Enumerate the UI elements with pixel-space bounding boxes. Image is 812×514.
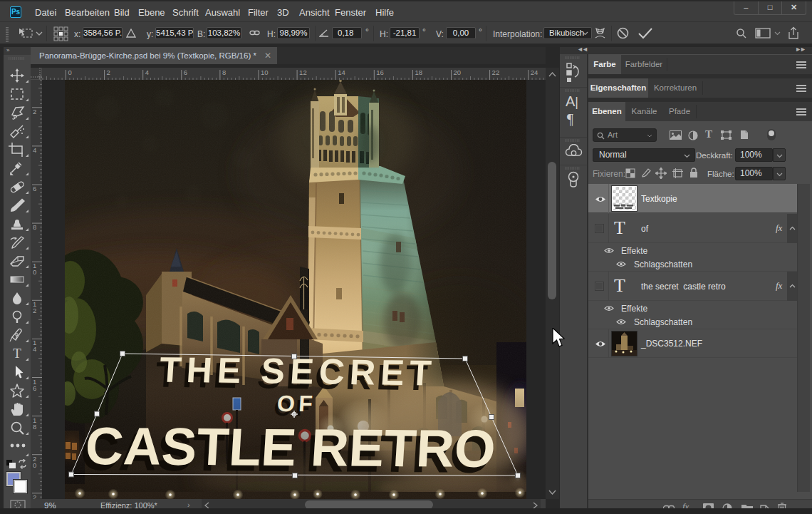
svg-text:2: 2: [107, 68, 110, 76]
svg-text:0: 0: [33, 461, 36, 469]
svg-text:8: 8: [222, 68, 226, 76]
svg-text:4: 4: [145, 68, 149, 76]
svg-text:8: 8: [33, 423, 36, 431]
svg-text:2: 2: [33, 493, 36, 499]
svg-text:16: 16: [376, 68, 384, 76]
svg-text:T: T: [13, 346, 21, 361]
svg-text:6: 6: [33, 185, 36, 192]
svg-text:0: 0: [68, 68, 72, 76]
svg-text:6: 6: [184, 68, 187, 76]
svg-text:24: 24: [531, 68, 538, 76]
svg-text:18: 18: [415, 68, 422, 76]
svg-text:2: 2: [33, 108, 36, 115]
svg-text:12: 12: [299, 68, 307, 76]
svg-text:10: 10: [261, 68, 269, 76]
svg-text:14: 14: [338, 68, 345, 76]
svg-text:22: 22: [492, 68, 500, 76]
svg-text:2: 2: [33, 307, 36, 314]
svg-text:6: 6: [33, 384, 36, 392]
svg-text:0: 0: [33, 268, 36, 276]
svg-text:4: 4: [33, 345, 36, 353]
svg-text:20: 20: [454, 68, 462, 76]
svg-text:8: 8: [33, 223, 36, 231]
svg-text:4: 4: [33, 146, 36, 154]
